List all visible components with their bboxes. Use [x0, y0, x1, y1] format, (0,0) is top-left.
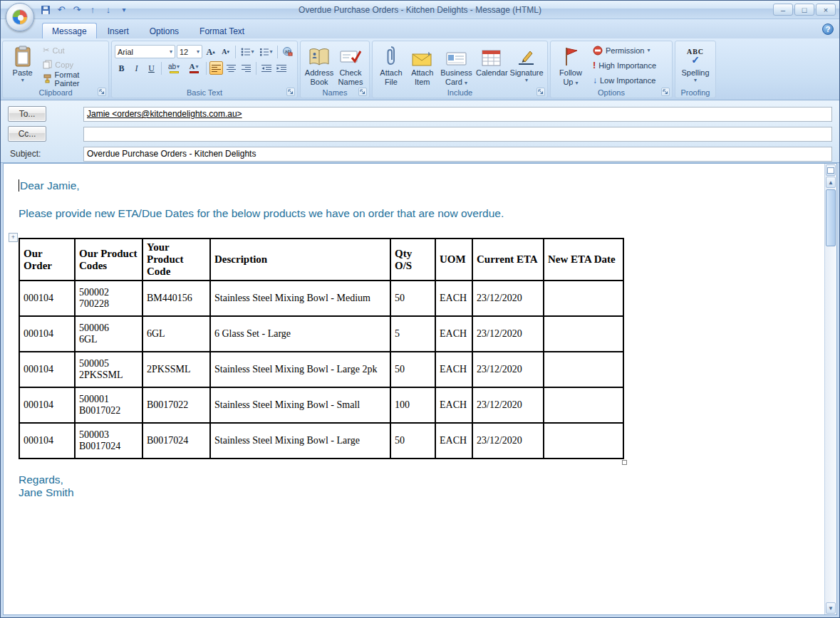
include-dialog-launcher[interactable]	[536, 88, 545, 96]
table-cell[interactable]: 50	[390, 281, 435, 316]
clipboard-dialog-launcher[interactable]	[98, 88, 106, 96]
table-cell[interactable]: BM440156	[142, 281, 210, 316]
table-cell[interactable]: 23/12/2020	[472, 316, 544, 352]
table-cell[interactable]: EACH	[435, 281, 472, 316]
align-left-button[interactable]	[209, 61, 223, 75]
save-button[interactable]	[39, 4, 52, 16]
table-cell[interactable]: EACH	[435, 352, 472, 387]
format-painter-button[interactable]: Format Painter	[41, 72, 105, 85]
scroll-up-button[interactable]: ▲	[826, 177, 836, 188]
grow-font-button[interactable]: A▴	[204, 45, 217, 58]
align-right-button[interactable]	[239, 61, 253, 75]
table-cell[interactable]: Stainless Steel Mixing Bowl - Small	[210, 387, 390, 423]
cc-input[interactable]	[83, 127, 832, 142]
to-button[interactable]: To...	[8, 106, 46, 122]
previous-item-button[interactable]: ↑	[86, 4, 99, 16]
scrollbar-thumb[interactable]	[826, 189, 836, 246]
table-cell[interactable]: 100	[390, 387, 435, 423]
view-ruler-button[interactable]	[826, 164, 836, 176]
message-body-editor[interactable]: Dear Jamie, Please provide new ETA/Due D…	[4, 164, 824, 614]
table-cell[interactable]: Stainless Steel Mixing Bowl - Medium	[210, 281, 390, 316]
table-cell[interactable]: 000104	[19, 423, 75, 459]
spelling-button[interactable]: ABC ✓ Spelling ▾	[678, 43, 712, 85]
font-color-button[interactable]: A ▾	[185, 61, 203, 75]
table-cell[interactable]: 500001 B0017022	[75, 387, 142, 423]
table-cell[interactable]: 500002 700228	[75, 281, 142, 316]
names-dialog-launcher[interactable]	[358, 88, 367, 96]
table-cell[interactable]: 50	[390, 352, 435, 387]
table-cell[interactable]: 000104	[19, 316, 75, 352]
table-cell[interactable]: 000104	[19, 281, 75, 316]
table-cell[interactable]	[544, 316, 623, 352]
tab-options[interactable]: Options	[140, 23, 189, 38]
check-names-button[interactable]: Check Names	[335, 43, 366, 88]
table-cell[interactable]: B0017024	[142, 423, 210, 459]
underline-button[interactable]: U	[145, 61, 158, 75]
table-cell[interactable]: 23/12/2020	[472, 352, 544, 387]
paste-button[interactable]: Paste ▾	[6, 43, 39, 85]
table-cell[interactable]: 23/12/2020	[472, 387, 544, 423]
signature-button[interactable]: Signature ▾	[509, 43, 544, 85]
table-cell[interactable]: 6 Glass Set - Large	[210, 316, 390, 352]
table-cell[interactable]: 2PKSSML	[142, 352, 210, 387]
numbering-button[interactable]: ▾	[257, 45, 274, 58]
tab-insert[interactable]: Insert	[98, 23, 139, 38]
table-cell[interactable]: 000104	[19, 352, 75, 387]
customize-quick-access-toolbar-button[interactable]: ▾	[118, 4, 130, 16]
attach-item-button[interactable]: Attach Item	[407, 43, 438, 88]
office-button[interactable]	[6, 3, 34, 31]
table-cell[interactable]: 50	[390, 423, 435, 459]
italic-button[interactable]: I	[130, 61, 143, 75]
redo-button[interactable]: ↷	[71, 4, 83, 16]
table-cell[interactable]	[544, 423, 623, 459]
table-cell[interactable]: 23/12/2020	[472, 423, 544, 459]
align-center-button[interactable]	[224, 61, 238, 75]
table-resize-grip[interactable]	[622, 460, 627, 465]
clear-formatting-button[interactable]: ab	[281, 45, 294, 58]
vertical-scrollbar[interactable]: ▲ ▼	[824, 164, 836, 614]
table-cell[interactable]	[544, 387, 623, 423]
attach-file-button[interactable]: Attach File	[375, 43, 407, 88]
table-cell[interactable]: Stainless Steel Mixing Bowl - Large	[210, 423, 390, 459]
increase-indent-button[interactable]	[274, 61, 288, 75]
close-button[interactable]: ×	[816, 4, 836, 16]
table-cell[interactable]: EACH	[435, 423, 472, 459]
basic-text-dialog-launcher[interactable]	[286, 88, 295, 96]
next-item-button[interactable]: ↓	[102, 4, 115, 16]
table-cell[interactable]: Stainless Steel Mixing Bowl - Large 2pk	[210, 352, 390, 387]
table-cell[interactable]: 500006 6GL	[75, 316, 142, 352]
title-bar[interactable]: ↶ ↷ ↑ ↓ ▾ Overdue Purchase Orders - Kitc…	[1, 1, 839, 19]
bold-button[interactable]: B	[115, 61, 128, 75]
to-input[interactable]: Jamie <orders@kitchendelights.com.au>	[83, 107, 832, 122]
table-cell[interactable]: 6GL	[142, 316, 210, 352]
follow-up-button[interactable]: Follow Up ▾	[554, 43, 588, 88]
tab-message[interactable]: Message	[42, 23, 97, 38]
maximize-button[interactable]: □	[794, 4, 814, 16]
shrink-font-button[interactable]: A▾	[219, 45, 232, 58]
table-cell[interactable]	[544, 352, 623, 387]
table-cell[interactable]: 5	[390, 316, 435, 352]
table-cell[interactable]	[544, 281, 623, 316]
minimize-button[interactable]: –	[773, 4, 793, 16]
table-cell[interactable]: 000104	[19, 387, 75, 423]
low-importance-button[interactable]: ↓ Low Importance	[591, 73, 658, 87]
table-cell[interactable]: EACH	[435, 316, 472, 352]
subject-input[interactable]: Overdue Purchase Orders - Kitchen Deligh…	[83, 147, 832, 162]
table-cell[interactable]: 500005 2PKSSML	[75, 352, 142, 387]
options-dialog-launcher[interactable]	[661, 88, 670, 96]
business-card-button[interactable]: Business Card ▾	[438, 43, 475, 88]
table-move-handle[interactable]: +	[9, 233, 18, 242]
table-cell[interactable]: 500003 B0017024	[75, 423, 142, 459]
address-book-button[interactable]: Address Book	[304, 43, 335, 88]
table-cell[interactable]: B0017022	[142, 387, 210, 423]
bullets-button[interactable]: ▾	[239, 45, 256, 58]
cc-button[interactable]: Cc...	[8, 126, 46, 142]
scroll-down-button[interactable]: ▼	[826, 602, 836, 614]
calendar-button[interactable]: Calendar	[475, 43, 509, 79]
font-size-combo[interactable]: 12 ▾	[177, 45, 202, 58]
help-button[interactable]: ?	[822, 23, 834, 35]
tab-format-text[interactable]: Format Text	[190, 23, 254, 38]
decrease-indent-button[interactable]	[259, 61, 273, 75]
font-name-combo[interactable]: Arial ▾	[115, 45, 175, 58]
table-cell[interactable]: EACH	[435, 387, 472, 423]
